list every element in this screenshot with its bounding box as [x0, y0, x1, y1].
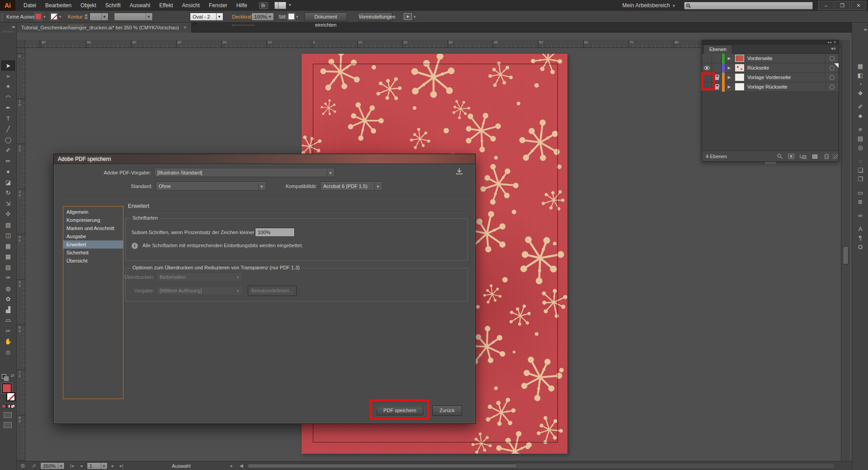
panel-resize-grip[interactable]	[832, 154, 838, 159]
width-profile-dropdown[interactable]	[114, 13, 153, 21]
layer-name[interactable]: Vorderseite	[745, 56, 825, 61]
sync-settings-icon[interactable]: ⚙	[20, 461, 25, 470]
document-setup-button[interactable]: Dokument einrichten	[304, 12, 347, 21]
slice-tool[interactable]: ✂	[1, 326, 15, 336]
previous-artboard-icon[interactable]: ◂	[80, 461, 82, 470]
layers-panel-icon[interactable]: ❐	[854, 175, 866, 183]
minimize-button[interactable]: –	[818, 1, 834, 10]
close-button[interactable]: ✕	[851, 1, 866, 10]
free-transform-tool[interactable]: ▧	[1, 220, 15, 230]
line-segment-tool[interactable]: ╱	[1, 124, 15, 134]
style-dropdown-icon[interactable]: ▾	[296, 14, 298, 19]
back-button[interactable]: Zurück	[432, 405, 462, 416]
horizontal-scrollbar-thumb[interactable]	[248, 464, 517, 468]
export-icon[interactable]: ⇗	[32, 461, 36, 470]
layer-target[interactable]	[825, 82, 839, 92]
appearance-panel-icon[interactable]: ◌	[854, 157, 866, 165]
layer-thumbnail[interactable]	[735, 55, 744, 62]
symbol-sprayer-tool[interactable]: ✿	[1, 294, 15, 304]
dialog-section--bersicht[interactable]: Übersicht	[63, 257, 123, 265]
layer-name[interactable]: Vorlage Rückseite	[745, 84, 825, 89]
brushes-panel-icon[interactable]: ✐	[854, 103, 866, 111]
expand-arrow-icon[interactable]: ▶	[725, 75, 734, 80]
horizontal-scrollbar[interactable]	[246, 463, 835, 469]
shape-builder-tool[interactable]: ◫	[1, 230, 15, 240]
restore-button[interactable]: ❐	[835, 1, 850, 10]
scale-tool[interactable]: ⇲	[1, 199, 15, 209]
locate-object-icon[interactable]	[774, 153, 785, 159]
gradient-tool[interactable]: ▤	[1, 263, 15, 273]
default-fill-stroke-icon2[interactable]	[4, 376, 9, 381]
layer-name[interactable]: Rückseite	[745, 65, 825, 70]
tab-layers[interactable]: Ebenen	[703, 45, 732, 54]
cursor-options-icon[interactable]: ➤	[404, 13, 412, 20]
compatibility-dropdown[interactable]: Acrobat 6 (PDF 1.5)	[320, 182, 382, 191]
brush-definition-dropdown[interactable]: Oval - 2 Pt.	[190, 13, 223, 21]
stroke-weight-stepper[interactable]: ▲▼	[84, 13, 89, 20]
perspective-grid-tool[interactable]: ▦	[1, 241, 15, 251]
layer-thumbnail[interactable]	[735, 64, 744, 71]
layer-row[interactable]: ▶Vorderseite	[702, 54, 839, 63]
layer-row[interactable]: ▶Vorlage Vorderseite	[702, 73, 839, 82]
zoom-tool[interactable]: ⊙	[1, 348, 15, 357]
drag-handle[interactable]	[1, 13, 3, 21]
transparency-panel-icon[interactable]: ◎	[854, 144, 866, 152]
workspace-switcher[interactable]: Mein Arbeitsbereich▾	[623, 2, 679, 9]
color-mode-button[interactable]	[2, 404, 6, 408]
expand-arrow-icon[interactable]: ▶	[725, 85, 734, 89]
kuler-panel-icon[interactable]: ❖	[854, 89, 866, 98]
stroke-color-control[interactable]	[6, 392, 15, 401]
fill-dropdown-icon[interactable]: ▾	[43, 14, 46, 19]
menu-auswahl[interactable]: Auswahl	[125, 0, 155, 11]
visibility-toggle[interactable]	[702, 54, 712, 63]
stroke-color-swatch[interactable]	[51, 13, 57, 20]
layer-target[interactable]	[825, 54, 839, 63]
zoom-level-dropdown[interactable]: 350%	[40, 462, 65, 470]
color-panel-icon[interactable]: ◧	[854, 71, 866, 80]
first-artboard-icon[interactable]: |◂	[70, 461, 74, 470]
opentype-panel-icon[interactable]: O	[854, 243, 866, 251]
fill-color-swatch[interactable]	[35, 13, 42, 20]
document-tab[interactable]: Tutorial_Geschenkanhaenger_drucken.ai* b…	[17, 23, 192, 33]
expand-arrow-icon[interactable]: ▶	[725, 56, 734, 61]
dialog-section-erweitert[interactable]: Erweitert	[63, 240, 123, 249]
paragraph-panel-icon[interactable]: ¶	[854, 234, 866, 242]
cursor-options-arrow[interactable]: ▾	[414, 14, 416, 19]
stroke-panel-link[interactable]: Kontur:	[68, 14, 84, 25]
menu-hilfe[interactable]: Hilfe	[232, 0, 252, 11]
width-tool[interactable]: ✣	[1, 209, 15, 219]
artboards-panel-icon[interactable]: ▦	[854, 62, 866, 70]
expand-dock-icon[interactable]: ◂◂	[863, 27, 866, 32]
search-input[interactable]	[684, 2, 813, 9]
eraser-tool[interactable]: ◪	[1, 178, 15, 188]
tab-close-icon[interactable]: ×	[184, 23, 187, 33]
save-preset-icon[interactable]	[455, 167, 463, 177]
blend-tool[interactable]: ◍	[1, 284, 15, 294]
pathfinder-panel-icon[interactable]: ∞	[854, 212, 866, 220]
paintbrush-tool[interactable]: ✐	[1, 146, 15, 155]
layer-row[interactable]: ▶Vorlage Rückseite	[702, 82, 839, 92]
new-sublayer-icon[interactable]	[797, 154, 809, 159]
lock-toggle[interactable]	[712, 63, 722, 73]
layer-thumbnail[interactable]	[735, 74, 744, 81]
menu-fenster[interactable]: Fenster	[204, 0, 232, 11]
expand-arrow-icon[interactable]: ▶	[725, 66, 734, 70]
lasso-tool[interactable]: ◠	[1, 93, 15, 103]
menu-schrift[interactable]: Schrift	[101, 0, 125, 11]
artboard-tool[interactable]: ▭	[1, 315, 15, 325]
status-menu-arrow[interactable]: ▸	[231, 461, 233, 470]
pen-tool[interactable]: ✒	[1, 103, 15, 113]
panel-menu-icon[interactable]: ▾≡	[831, 46, 836, 51]
new-layer-icon[interactable]	[809, 154, 821, 159]
stroke-panel-icon[interactable]: ≡	[854, 126, 866, 134]
gradient-mode-button[interactable]	[6, 404, 10, 408]
layout-switcher-icon[interactable]	[274, 2, 286, 9]
character-panel-icon[interactable]: A	[854, 225, 866, 233]
standard-dropdown[interactable]: Ohne	[156, 182, 266, 191]
ellipse-tool[interactable]: ◯	[1, 135, 15, 145]
vertical-ruler[interactable]: 01020304050607080	[17, 48, 25, 461]
visibility-toggle[interactable]	[702, 63, 712, 73]
artboard-panel-icon[interactable]: ▭	[854, 189, 866, 197]
layer-name[interactable]: Vorlage Vorderseite	[745, 75, 825, 80]
align-panel-icon[interactable]: ≣	[854, 198, 866, 206]
